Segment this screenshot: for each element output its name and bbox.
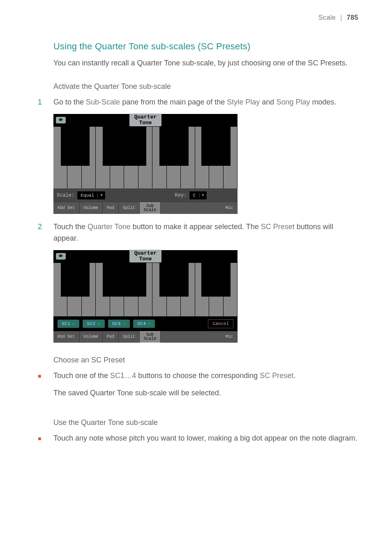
chevron-down-icon: ▼ — [199, 193, 207, 197]
step-1-text: Go to the Sub-Scale pane from the main p… — [53, 97, 358, 108]
quarter-tone-button[interactable]: Quarter Tone — [66, 250, 225, 262]
tab-split[interactable]: Split — [119, 202, 140, 214]
led-icon — [72, 323, 75, 325]
chevron-down-icon: ▼ — [97, 193, 105, 197]
sc2-button[interactable]: SC2 — [83, 320, 104, 328]
header-divider: | — [340, 14, 342, 21]
emph-style-play: Style Play — [227, 98, 260, 106]
bullet-continuation: The saved Quarter Tone sub-scale will be… — [53, 388, 358, 399]
tab-mic[interactable]: Mic — [221, 202, 238, 214]
black-key[interactable] — [159, 127, 174, 166]
tab-kbd-set[interactable]: Kbd Set — [53, 202, 79, 214]
bullet-icon: ■ — [38, 370, 53, 382]
scale-label: Scale: — [57, 193, 74, 198]
sc3-button[interactable]: SC3 — [108, 320, 130, 328]
step-1: 1 Go to the Sub-Scale pane from the main… — [38, 97, 358, 108]
black-key[interactable] — [131, 127, 146, 166]
intro-paragraph: You can instantly recall a Quarter Tone … — [53, 58, 358, 69]
tab-sub-scale[interactable]: Sub Scale — [140, 331, 161, 343]
emph-sub-scale: Sub-Scale — [86, 98, 120, 106]
keyboard-diagram[interactable] — [53, 127, 238, 188]
black-key[interactable] — [75, 127, 90, 166]
header-section: Scale — [318, 14, 336, 21]
black-key[interactable] — [103, 127, 118, 166]
sc1-button[interactable]: SC1 — [58, 320, 79, 328]
keyboard-diagram[interactable] — [53, 263, 238, 316]
black-key[interactable] — [174, 263, 189, 297]
bullet-text: Touch one of the SC1…4 buttons to choose… — [53, 370, 358, 382]
page-header: Scale | 785 — [318, 14, 358, 21]
header-page-number: 785 — [347, 14, 358, 21]
step-1-number: 1 — [38, 97, 53, 108]
subhead-choose: Choose an SC Preset — [53, 356, 358, 364]
led-icon — [148, 323, 151, 325]
key-dropdown[interactable]: C ▼ — [189, 191, 207, 200]
key-label: Key: — [175, 193, 187, 198]
tab-volume[interactable]: Volume — [79, 202, 103, 214]
device-screenshot-1: 👁 Quarter Tone — [53, 114, 238, 214]
sc-preset-row: SC1 SC2 SC3 SC4 Cancel — [53, 316, 238, 331]
tab-mic[interactable]: Mic — [221, 331, 238, 343]
step-2-text: Touch the Quarter Tone button to make it… — [53, 221, 358, 244]
tab-split[interactable]: Split — [119, 331, 140, 343]
tab-sub-scale[interactable]: Sub Scale — [140, 202, 161, 214]
sc4-button[interactable]: SC4 — [133, 320, 155, 328]
tab-pad[interactable]: Pad — [103, 331, 119, 343]
emph-sc-preset: SC Preset — [261, 223, 295, 231]
black-key[interactable] — [201, 263, 216, 297]
device-screenshot-2: 👁 Quarter Tone — [53, 250, 238, 343]
bullet-sc-preset: ■ Touch one of the SC1…4 buttons to choo… — [38, 370, 358, 382]
black-key[interactable] — [159, 263, 174, 297]
subhead-use: Use the Quarter Tone sub-scale — [53, 418, 358, 427]
tab-kbd-set[interactable]: Kbd Set — [53, 331, 79, 343]
quarter-tone-button[interactable]: Quarter Tone — [66, 114, 225, 126]
emph-song-play: Song Play — [276, 98, 310, 106]
step-2: 2 Touch the Quarter Tone button to make … — [38, 221, 358, 244]
black-key[interactable] — [117, 263, 132, 297]
bottom-tabs: Kbd Set Volume Pad Split Sub Scale Mic — [53, 202, 238, 214]
step-2-number: 2 — [38, 221, 53, 233]
bottom-tabs: Kbd Set Volume Pad Split Sub Scale Mic — [53, 331, 238, 343]
scale-dropdown[interactable]: Equal ▼ — [77, 191, 106, 200]
black-key[interactable] — [75, 263, 90, 297]
emph-sc1-4: SC1…4 — [110, 371, 136, 380]
black-key[interactable] — [216, 127, 231, 166]
black-key[interactable] — [174, 127, 189, 166]
page-title: Using the Quarter Tone sub-scales (SC Pr… — [53, 41, 358, 52]
black-key[interactable] — [131, 263, 146, 297]
view-icon[interactable]: 👁 — [56, 117, 66, 123]
view-icon[interactable]: 👁 — [56, 253, 66, 260]
subhead-activate: Activate the Quarter Tone sub-scale — [53, 82, 358, 91]
emph-quarter-tone: Quarter Tone — [88, 223, 131, 231]
tab-pad[interactable]: Pad — [103, 202, 119, 214]
bullet-text: Touch any note whose pitch you want to l… — [53, 433, 358, 444]
bullet-icon: ■ — [38, 433, 53, 444]
cancel-button[interactable]: Cancel — [208, 319, 233, 328]
black-key[interactable] — [61, 127, 76, 166]
black-key[interactable] — [117, 127, 132, 166]
scale-controls: Scale: Equal ▼ Key: C ▼ — [53, 188, 238, 202]
device-titlebar: 👁 Quarter Tone — [53, 114, 238, 127]
black-key[interactable] — [103, 263, 118, 297]
black-key[interactable] — [201, 127, 216, 166]
device-titlebar: 👁 Quarter Tone — [53, 250, 238, 263]
emph-sc-preset-2: SC Preset — [260, 371, 293, 380]
tab-volume[interactable]: Volume — [79, 331, 103, 343]
black-key[interactable] — [61, 263, 76, 297]
led-icon — [122, 323, 126, 325]
black-key[interactable] — [216, 263, 231, 297]
bullet-use: ■ Touch any note whose pitch you want to… — [38, 433, 358, 444]
led-icon — [97, 323, 101, 325]
